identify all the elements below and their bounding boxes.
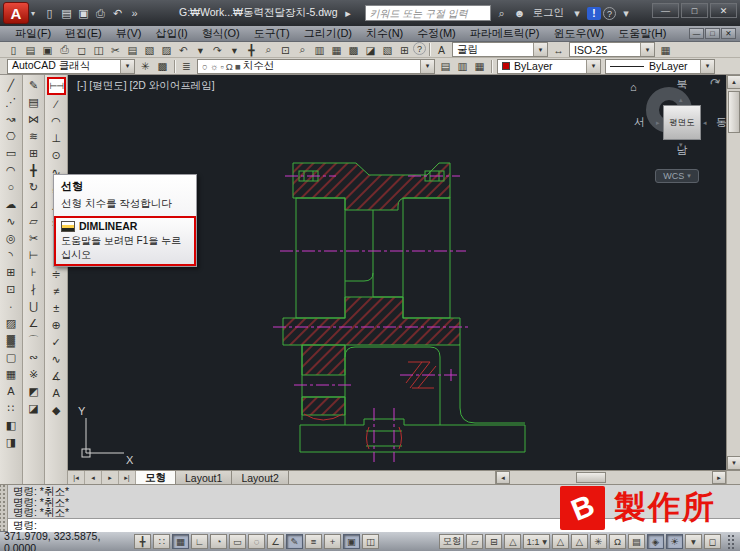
tool-palettes-icon[interactable]: ▩: [345, 42, 362, 57]
horizontal-scroll-thumb[interactable]: [576, 472, 606, 483]
grid-toggle[interactable]: ∷: [153, 534, 170, 549]
annotation-autoscale-icon[interactable]: △: [571, 534, 588, 549]
sheet-set-manager-icon[interactable]: ◪: [362, 42, 379, 57]
save-icon[interactable]: ▣: [39, 42, 56, 57]
lineweight-toggle[interactable]: ≡: [305, 534, 322, 549]
menu-item-4[interactable]: 형식(O): [195, 26, 247, 41]
offset-icon[interactable]: ≋: [24, 128, 43, 144]
text-style-combo[interactable]: 굴림: [452, 42, 548, 57]
arc-icon[interactable]: ◠: [1, 162, 20, 178]
redo-icon[interactable]: ↷: [209, 42, 226, 57]
tab-model[interactable]: 모형: [136, 471, 176, 484]
object-snap-tracking-toggle[interactable]: ◌: [248, 534, 265, 549]
workspace-combo[interactable]: AutoCAD 클래식: [7, 59, 135, 74]
layer-combo[interactable]: ○☼▫Ω■ 치수선: [197, 59, 435, 74]
viewcube-left-arrow-icon[interactable]: ▸: [656, 119, 660, 127]
clean-screen-button[interactable]: ◻: [704, 534, 721, 549]
viewcube-down-arrow-icon[interactable]: ▾: [679, 141, 683, 149]
scroll-up-icon[interactable]: ▲: [727, 75, 740, 89]
status-menu-arrow-icon[interactable]: ▾: [685, 534, 702, 549]
dimension-text-edit-icon[interactable]: A: [47, 385, 66, 401]
viewcube-east[interactable]: 동: [716, 115, 726, 130]
grid-display-toggle[interactable]: ▦: [172, 534, 189, 549]
multiline-text-icon[interactable]: A: [1, 383, 20, 399]
next-tab-button[interactable]: ▸: [102, 471, 119, 484]
vertical-scrollbar[interactable]: ▲ ▼: [726, 75, 740, 470]
menu-item-9[interactable]: 파라메트릭(P): [463, 26, 547, 41]
doc-title-expand-icon[interactable]: ▸: [340, 5, 357, 22]
linetype-combo[interactable]: ByLayer: [605, 59, 715, 74]
menu-item-1[interactable]: 편집(E): [58, 26, 109, 41]
doc-restore-button[interactable]: □: [705, 28, 720, 39]
annotation-scale-button[interactable]: 1:1 ▾: [523, 534, 550, 549]
arc-length-dimension-icon[interactable]: ◠: [47, 113, 66, 129]
menu-item-7[interactable]: 치수(N): [359, 26, 410, 41]
array-icon[interactable]: ⊞: [24, 145, 43, 161]
login-label[interactable]: 로그인: [533, 6, 565, 20]
menu-item-3[interactable]: 삽입(I): [148, 26, 194, 41]
polyline-icon[interactable]: ↝: [1, 111, 20, 127]
quickcalc-icon[interactable]: ⊞: [396, 42, 413, 57]
redo-dropdown-icon[interactable]: ▾: [226, 42, 243, 57]
toolbar-lock-icon[interactable]: Ω: [609, 534, 626, 549]
inspection-icon[interactable]: ✓: [47, 334, 66, 350]
performance-bulb-icon[interactable]: ☀: [666, 534, 683, 549]
rectangle-icon[interactable]: ▭: [1, 145, 20, 161]
dynamic-input-toggle[interactable]: ✎: [286, 534, 303, 549]
viewcube-up-arrow-icon[interactable]: ▴: [679, 96, 683, 104]
ordinate-dimension-icon[interactable]: ⊥: [47, 130, 66, 146]
radius-dimension-icon[interactable]: ⊙: [47, 147, 66, 163]
point-icon[interactable]: ∙: [1, 298, 20, 314]
quick-view-drawings-icon[interactable]: ⊟: [485, 534, 502, 549]
dimension-style-combo[interactable]: ISO-25: [569, 42, 655, 57]
dimension-space-icon[interactable]: ≑: [47, 266, 66, 282]
dynamic-ucs-toggle[interactable]: ∠: [267, 534, 284, 549]
zoom-previous-icon[interactable]: ⌕: [294, 42, 311, 57]
oblique-dimension-icon[interactable]: ∡: [47, 368, 66, 384]
tolerance-icon[interactable]: ±: [47, 300, 66, 316]
extend-icon[interactable]: ⊢: [24, 247, 43, 263]
explode-icon[interactable]: ※: [24, 366, 43, 382]
mirror-icon[interactable]: ⋈: [24, 111, 43, 127]
table-icon[interactable]: ▦: [1, 366, 20, 382]
search-binoculars-icon[interactable]: ⌕: [494, 5, 510, 21]
color-combo[interactable]: ByLayer: [497, 59, 601, 74]
scroll-left-icon[interactable]: ◄: [496, 471, 510, 484]
doc-close-button[interactable]: ✕: [721, 28, 736, 39]
model-space-button[interactable]: 모형: [439, 534, 464, 549]
ortho-toggle[interactable]: ∟: [191, 534, 208, 549]
revision-cloud-icon[interactable]: ☁: [1, 196, 20, 212]
text-style-icon[interactable]: A: [433, 42, 450, 57]
help-dropdown-icon[interactable]: ▾: [618, 5, 634, 21]
break-at-point-icon[interactable]: ⊦: [24, 264, 43, 280]
new-file-icon[interactable]: ▯: [5, 42, 22, 57]
open-file-icon[interactable]: ▤: [22, 42, 39, 57]
polar-tracking-toggle[interactable]: ◔: [210, 534, 227, 549]
save-workspace-icon[interactable]: ▩: [154, 59, 171, 74]
login-user-icon[interactable]: ☻: [512, 5, 528, 21]
restore-button[interactable]: □: [681, 3, 708, 18]
scroll-right-icon[interactable]: ►: [712, 471, 726, 484]
layer-previous-icon[interactable]: ▥: [454, 59, 471, 74]
app-menu-arrow-icon[interactable]: ▾: [31, 9, 35, 18]
viewcube-north[interactable]: 북: [672, 77, 692, 92]
osnap-toggle[interactable]: ▭: [229, 534, 246, 549]
workspace-settings-icon[interactable]: ✳: [137, 59, 154, 74]
menu-item-6[interactable]: 그리기(D): [297, 26, 359, 41]
copy-icon[interactable]: ▤: [24, 94, 43, 110]
selection-cycling-toggle[interactable]: ◫: [362, 534, 379, 549]
paste-icon[interactable]: ▧: [141, 42, 158, 57]
markup-set-manager-icon[interactable]: ▧: [379, 42, 396, 57]
circle-icon[interactable]: ○: [1, 179, 20, 195]
plot-preview-icon[interactable]: ◻: [73, 42, 90, 57]
prev-tab-button[interactable]: ◂: [85, 471, 102, 484]
designcenter-icon[interactable]: ▦: [328, 42, 345, 57]
menu-item-11[interactable]: 도움말(H): [611, 26, 673, 41]
ellipse-arc-icon[interactable]: ◝: [1, 247, 20, 263]
insert-block-icon[interactable]: ⊞: [1, 264, 20, 280]
dimension-style-icon[interactable]: ↔: [550, 42, 567, 57]
minimize-button[interactable]: —: [652, 3, 679, 18]
vertical-scroll-thumb[interactable]: [728, 91, 740, 133]
annotation-scale-icon[interactable]: △: [504, 534, 521, 549]
rotate-icon[interactable]: ↻: [24, 179, 43, 195]
